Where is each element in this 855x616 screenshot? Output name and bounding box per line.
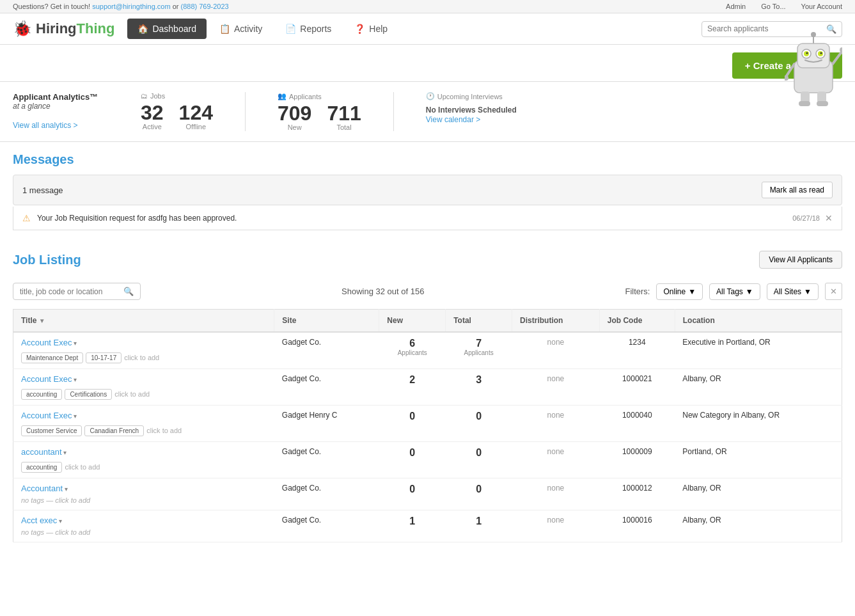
nav-dashboard[interactable]: 🏠 Dashboard bbox=[127, 19, 207, 39]
search-input[interactable] bbox=[707, 24, 826, 33]
clear-filters-button[interactable]: ✕ bbox=[825, 283, 842, 300]
applicants-stat-group: 👥 Applicants 709 New 711 Total bbox=[278, 92, 361, 131]
main-nav: 🏠 Dashboard 📋 Activity 📄 Reports ❓ Help bbox=[127, 19, 398, 39]
header: 🐞 HiringThing 🏠 Dashboard 📋 Activity 📄 R… bbox=[0, 13, 855, 45]
job-total-cell: 0 bbox=[446, 406, 512, 442]
dropdown-arrow-icon[interactable]: ▾ bbox=[62, 449, 67, 456]
add-tag-button[interactable]: click to add bbox=[146, 427, 182, 434]
job-search-input[interactable] bbox=[20, 287, 123, 296]
chevron-down-icon: ▼ bbox=[746, 287, 753, 296]
add-tag-button[interactable]: click to add bbox=[114, 390, 150, 398]
add-tag-button[interactable]: click to add bbox=[65, 463, 100, 471]
distribution-link[interactable]: none bbox=[547, 516, 565, 525]
applicants-header: 👥 Applicants bbox=[278, 92, 361, 100]
close-message-button[interactable]: ✕ bbox=[825, 213, 833, 223]
dropdown-arrow-icon[interactable]: ▾ bbox=[63, 486, 68, 493]
job-title-link[interactable]: Accountant bbox=[21, 484, 63, 493]
job-title-link[interactable]: Account Exec bbox=[21, 411, 72, 420]
logo: 🐞 HiringThing bbox=[13, 20, 114, 38]
job-code-cell: 1000009 bbox=[599, 442, 675, 478]
add-tag-button[interactable]: click to add bbox=[124, 354, 159, 361]
goto-link[interactable]: Go To... bbox=[761, 3, 785, 10]
filter-online-button[interactable]: Online ▼ bbox=[656, 283, 703, 300]
showing-text: Showing 32 out of 156 bbox=[147, 287, 618, 296]
reports-icon: 📄 bbox=[285, 24, 296, 34]
top-bar: Questions? Get in touch! support@hiringt… bbox=[0, 0, 855, 13]
view-calendar-link[interactable]: View calendar > bbox=[426, 115, 481, 124]
nav-activity[interactable]: 📋 Activity bbox=[209, 19, 272, 39]
job-location-cell: New Category in Albany, OR bbox=[675, 406, 842, 442]
new-stat: 709 New bbox=[278, 103, 311, 131]
distribution-link[interactable]: none bbox=[547, 338, 565, 347]
job-title-link[interactable]: Account Exec bbox=[21, 338, 72, 347]
nav-help[interactable]: ❓ Help bbox=[344, 19, 398, 39]
message-content: ⚠ Your Job Requisition request for asdfg… bbox=[22, 213, 237, 223]
create-job-button[interactable]: + Create a new job bbox=[732, 52, 842, 79]
mark-all-read-button[interactable]: Mark all as read bbox=[762, 182, 833, 198]
dropdown-arrow-icon[interactable]: ▾ bbox=[72, 413, 77, 420]
job-location-cell: Portland, OR bbox=[675, 442, 842, 478]
job-table: Title ▼ Site New Total Distribution Job … bbox=[13, 309, 842, 542]
distribution-link[interactable]: none bbox=[547, 484, 565, 493]
job-tag: Customer Service bbox=[21, 425, 82, 436]
job-site-cell: Gadget Co. bbox=[274, 369, 379, 406]
job-site-cell: Gadget Co. bbox=[274, 332, 379, 369]
analytics-section: Applicant Analytics™ at a glance View al… bbox=[0, 81, 855, 142]
job-new-cell: 2 bbox=[379, 369, 446, 406]
filter-sites-button[interactable]: All Sites ▼ bbox=[767, 283, 819, 300]
job-distribution-cell: none bbox=[512, 478, 600, 510]
job-total-cell: 1 bbox=[446, 510, 512, 542]
table-row: Accountant ▾no tags — click to addGadget… bbox=[13, 478, 842, 510]
job-new-cell: 0 bbox=[379, 406, 446, 442]
job-total-cell: 3 bbox=[446, 369, 512, 406]
jobs-icon: 🗂 bbox=[141, 92, 148, 100]
table-header-row: Title ▼ Site New Total Distribution Job … bbox=[13, 310, 842, 333]
distribution-link[interactable]: none bbox=[547, 447, 565, 456]
job-title-link[interactable]: accountant bbox=[21, 447, 62, 457]
offline-stat: 124 Offline bbox=[179, 102, 213, 130]
svg-point-5 bbox=[840, 47, 842, 52]
job-new-cell: 6Applicants bbox=[379, 332, 446, 369]
no-interviews-text: No Interviews Scheduled bbox=[426, 106, 554, 115]
dropdown-arrow-icon[interactable]: ▾ bbox=[72, 340, 77, 347]
applicants-stats-row: 709 New 711 Total bbox=[278, 103, 361, 131]
analytics-subtitle: at a glance bbox=[13, 102, 115, 111]
job-total-cell: 0 bbox=[446, 442, 512, 478]
filter-tags-button[interactable]: All Tags ▼ bbox=[709, 283, 760, 300]
job-location-cell: Albany, OR bbox=[675, 369, 842, 406]
dropdown-arrow-icon[interactable]: ▾ bbox=[72, 376, 77, 383]
job-code-cell: 1000016 bbox=[599, 510, 675, 542]
interviews-stat-group: 🕐 Upcoming Interviews No Interviews Sche… bbox=[426, 92, 554, 131]
create-job-area: + Create a new job bbox=[0, 45, 855, 81]
job-title-cell: Account Exec ▾accountingCertificationscl… bbox=[13, 369, 274, 406]
job-listing-header: Job Listing View All Applicants bbox=[13, 251, 842, 269]
no-tags-label[interactable]: no tags — click to add bbox=[21, 528, 90, 536]
job-location-cell: Albany, OR bbox=[675, 510, 842, 542]
job-code-cell: 1000021 bbox=[599, 369, 675, 406]
table-row: Acct exec ▾no tags — click to addGadget … bbox=[13, 510, 842, 542]
view-all-applicants-button[interactable]: View All Applicants bbox=[759, 251, 842, 269]
nav-reports[interactable]: 📄 Reports bbox=[275, 19, 341, 39]
logo-text: HiringThing bbox=[36, 20, 114, 37]
job-location-cell: Albany, OR bbox=[675, 478, 842, 510]
activity-icon: 📋 bbox=[219, 24, 230, 34]
job-title-link[interactable]: Account Exec bbox=[21, 374, 72, 384]
distribution-link[interactable]: none bbox=[547, 411, 565, 420]
job-title-link[interactable]: Acct exec bbox=[21, 516, 57, 525]
admin-link[interactable]: Admin bbox=[726, 3, 746, 10]
account-link[interactable]: Your Account bbox=[801, 3, 842, 10]
distribution-link[interactable]: none bbox=[547, 374, 565, 383]
job-search[interactable]: 🔍 bbox=[13, 283, 141, 300]
total-stat: 711 Total bbox=[327, 103, 361, 131]
sort-icon[interactable]: ▼ bbox=[39, 317, 45, 324]
calendar-icon: 🕐 bbox=[426, 92, 435, 100]
view-analytics-link[interactable]: View all analytics > bbox=[13, 121, 78, 130]
no-tags-label[interactable]: no tags — click to add bbox=[21, 496, 90, 504]
job-tag: Maintenance Dept bbox=[21, 352, 83, 363]
job-new-cell: 0 bbox=[379, 442, 446, 478]
support-phone[interactable]: (888) 769-2023 bbox=[181, 3, 229, 10]
support-email[interactable]: support@hiringthing.com bbox=[92, 3, 170, 10]
job-distribution-cell: none bbox=[512, 332, 600, 369]
search-bar[interactable]: 🔍 bbox=[702, 21, 842, 37]
dropdown-arrow-icon[interactable]: ▾ bbox=[57, 517, 62, 525]
